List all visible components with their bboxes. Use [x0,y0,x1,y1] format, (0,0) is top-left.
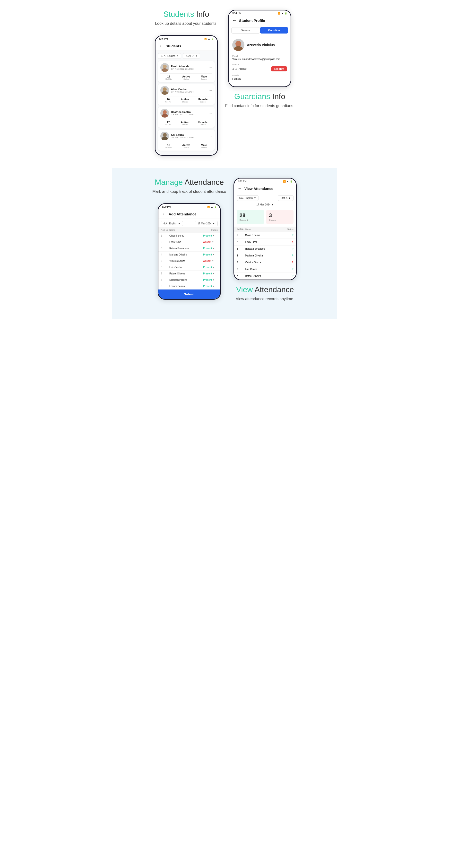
gender-field: Gender Female [232,74,287,80]
view-table-row: 7 Rafael Oliveira P [234,273,296,280]
guardians-section-title: Guardians Info [225,92,295,101]
view-title-green: View [236,285,253,294]
add-date-filter[interactable]: 17 May 2024 ▼ [195,221,218,226]
add-class-filter[interactable]: 6 A - English ▼ [161,221,183,226]
view-table-row: 6 Luiz Cunha P [234,266,296,273]
view-table-row: 1 Class 6 demo P [234,232,296,239]
students-subtitle: Look up details about your students. [155,21,217,27]
view-battery-icon: 🔋 [290,180,293,183]
add-header-title: Add Attendance [169,212,196,216]
view-status-filter[interactable]: Status ▼ [278,195,293,201]
profile-status-bar: 3:54 PM 📶 ▲ 🔋 [229,10,291,16]
table-row: 8 Nicolash Pereira Present ▼ [158,277,220,283]
student-gr-3: GR No : 2022-2312495 [171,114,193,116]
student-card-2: Aline Cunha GR No : 2022-2312494 → 16Rol… [158,84,215,105]
view-back-arrow[interactable]: ← [238,186,242,191]
table-row: 9 Leonor Barros Present ▼ [158,283,220,289]
students-back-arrow[interactable]: ← [159,43,163,49]
view-header-name: Name [245,228,279,230]
view-signal-icon: ▲ [287,180,289,183]
class-filter-arrow: ▼ [176,55,178,57]
student-card-3: Beatrice Castro GR No : 2022-2312495 → 1… [158,107,215,128]
svg-point-1 [161,68,168,72]
view-filter: 6 A - English ▼ Status ▼ [234,193,296,202]
signal-icon: ▲ [208,38,210,40]
svg-point-8 [235,41,241,46]
view-wifi-icon: 📶 [283,180,286,183]
table-row: 6 Luiz Cunha Present ▼ [158,264,220,271]
view-status-icons: 📶 ▲ 🔋 [283,180,293,183]
year-filter[interactable]: 2023-24 ▼ [183,53,200,59]
manage-title-green: Manage [155,178,183,187]
absent-count: 3 [269,212,291,219]
profile-wifi-icon: 📶 [278,12,280,14]
student-name-2: Aline Cunha [171,88,193,91]
view-table-row: 2 Emily Silva A [234,239,296,246]
student-arrow-3[interactable]: → [209,111,212,115]
view-title-rest: Attendance [253,285,294,294]
call-now-button[interactable]: Call Now [271,66,287,71]
table-row: 1 Class 6 demo Present ▼ [158,232,220,239]
student-card-4: Kai Souza GR No : 2022-2312496 → 18Roll … [158,130,215,151]
section-attendance: Manage Attendance Mark and keep track of… [112,168,337,319]
wifi-icon: 📶 [204,38,207,40]
absent-card: 3 Absent [266,210,294,224]
tab-general[interactable]: General [231,27,260,33]
add-battery-icon: 🔋 [214,206,217,208]
student-arrow-2[interactable]: → [209,88,212,92]
gender-value: Female [232,77,287,80]
present-label: Present [240,219,261,222]
add-table-header: Roll No Name Status [158,227,220,232]
profile-header-row: Azevedo Vinicius [232,39,287,51]
view-table-row: 3 Raissa Fernandes P [234,246,296,252]
profile-header-title: Student Profile [239,19,265,23]
view-status-bar: 5:09 PM 📶 ▲ 🔋 [234,179,296,184]
status-icons: 📶 ▲ 🔋 [204,38,214,40]
manage-subtitle: Mark and keep track of student attendanc… [152,189,226,194]
view-class-filter[interactable]: 6 A - English ▼ [237,195,259,201]
present-count: 28 [240,212,261,219]
class-filter[interactable]: 10 A - English ▼ [158,53,181,59]
view-header-roll: Roll No [237,228,245,230]
table-row: 5 Vinicius Souza Absent ▼ [158,258,220,264]
view-subtitle: View attendance records anytime. [236,296,294,302]
student-card-1: Paulo Almeida GR No : 2022-2312493 → 15R… [158,61,215,82]
svg-point-6 [163,133,167,137]
add-header: ← Add Attendance [158,210,220,219]
attendance-stats-row: 28 Present 3 Absent [234,208,296,226]
add-signal-icon: ▲ [211,206,213,208]
student-avatar-2 [160,86,169,95]
students-time: 5:46 PM [159,37,168,40]
students-title-rest: Info [194,10,209,19]
view-header: ← View Attendance [234,184,296,193]
view-time: 5:09 PM [238,180,247,183]
students-filter-row: 10 A - English ▼ 2023-24 ▼ [158,53,215,59]
table-row: 2 Emily Silva Absent ▼ [158,239,220,245]
profile-battery-icon: 🔋 [285,12,287,14]
add-class-arrow: ▼ [178,222,181,225]
mobile-field: Mobile 4846710133 Call Now [232,63,287,71]
student-arrow-4[interactable]: → [209,134,212,138]
svg-point-9 [234,46,243,51]
section-students: Students Info Look up details about your… [112,0,337,168]
date-arrow: ▼ [271,203,274,206]
header-status: Status [203,229,218,231]
svg-point-4 [163,110,167,114]
add-back-arrow[interactable]: ← [162,212,166,217]
add-wifi-icon: 📶 [207,206,210,208]
profile-name: Azevedo Vinicius [247,43,275,47]
student-arrow-1[interactable]: → [209,66,212,69]
student-name-1: Paulo Almeida [171,65,193,68]
svg-point-2 [163,87,167,91]
profile-time: 3:54 PM [232,12,241,14]
submit-button[interactable]: Submit [158,289,220,299]
view-table-header: Roll No Name Status [234,226,296,232]
add-filter: 6 A - English ▼ 17 May 2024 ▼ [158,219,220,227]
student-gr-1: GR No : 2022-2312493 [171,68,193,70]
profile-back-arrow[interactable]: ← [232,18,237,23]
students-phone: 5:46 PM 📶 ▲ 🔋 ← Students [155,35,218,156]
tab-guardian[interactable]: Guardian [260,27,288,33]
add-time: 5:09 PM [162,206,171,208]
absent-label: Absent [269,219,291,222]
student-avatar-4 [160,132,169,141]
